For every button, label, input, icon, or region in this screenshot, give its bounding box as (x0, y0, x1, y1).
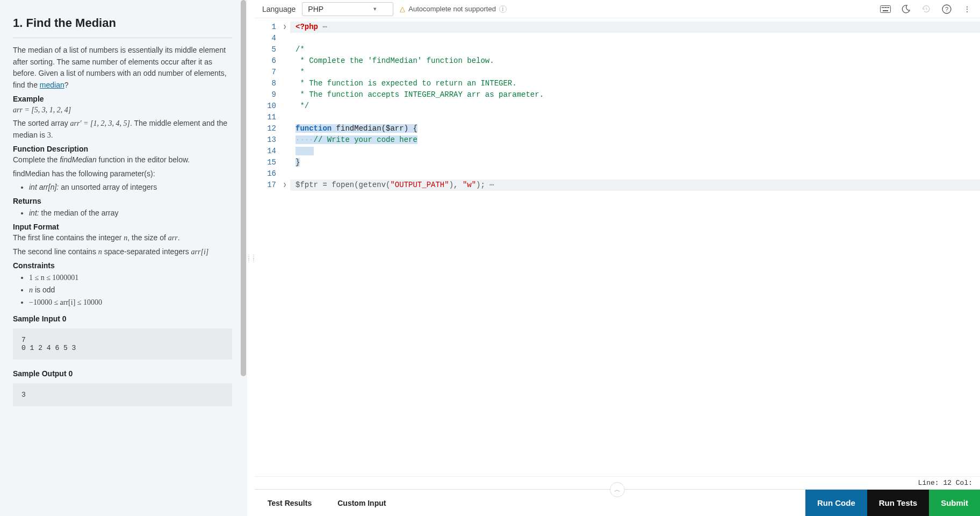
keyboard-icon[interactable] (880, 4, 891, 15)
text: , the size of (127, 233, 168, 242)
code-text: ), (449, 181, 463, 189)
help-icon[interactable]: ? (941, 4, 952, 15)
code-line: } (290, 157, 980, 168)
fold-toggle[interactable]: ❯ (279, 22, 290, 33)
sample-input-block: 7 0 1 2 4 6 5 3 (13, 328, 232, 360)
constraint-item: 1 ≤ n ≤ 1000001 (29, 273, 232, 282)
fn-desc-line2: findMedian has the following parameter(s… (13, 168, 232, 180)
param-text: an unsorted array of integers (59, 183, 157, 191)
var-n: n (98, 248, 102, 256)
php-open-tag: <?php (296, 23, 318, 31)
app-root: 1. Find the Median The median of a list … (0, 0, 980, 516)
var-arri: arr[i] (191, 248, 209, 256)
param-item: int arr[n]: an unsorted array of integer… (29, 183, 232, 191)
input-format-heading: Input Format (13, 223, 232, 231)
constraint-3: −10000 ≤ arr[i] ≤ 10000 (29, 298, 102, 306)
line-number: 1 (255, 22, 276, 33)
returns-list: int: the median of the array (13, 209, 232, 217)
warning-icon: △ (400, 5, 405, 13)
comment: // Write your code here (314, 135, 417, 144)
code-line: ····// Write your code here (290, 134, 980, 146)
line-number: 11 (255, 112, 276, 123)
desc-suffix: ? (64, 81, 69, 89)
text: . (178, 233, 180, 242)
text: The sorted array (13, 119, 70, 127)
line-number: 5 (255, 44, 276, 55)
info-icon[interactable]: i (499, 5, 507, 13)
line-gutter: 1 4 5 6 7 8 9 10 11 12 13 14 15 16 17 (255, 18, 279, 476)
line-number: 17 (255, 180, 276, 191)
fold-ellipsis-icon: ⋯ (322, 23, 326, 31)
editor-toolbar: Language PHP ▾ △ Autocomplete not suppor… (255, 0, 980, 18)
text: . (51, 131, 53, 139)
code-area[interactable]: <?php ⋯ /* * Complete the 'findMedian' f… (290, 18, 980, 476)
chevron-up-icon: ︿ (614, 485, 621, 494)
text: is odd (33, 285, 55, 294)
submit-button[interactable]: Submit (929, 490, 980, 516)
code-line: function findMedian($arr) { (290, 123, 980, 134)
code-line: * (290, 67, 980, 78)
moon-icon[interactable] (900, 4, 911, 15)
comment: * The function accepts INTEGER_ARRAY arr… (296, 90, 544, 99)
kebab-menu-icon[interactable]: ⋮ (962, 4, 972, 15)
problem-panel: 1. Find the Median The median of a list … (0, 0, 247, 516)
median-link[interactable]: median (40, 81, 64, 89)
line-number: 14 (255, 146, 276, 157)
problem-title: 1. Find the Median (13, 16, 232, 38)
comment: * The function is expected to return an … (296, 79, 517, 88)
sample-output-heading: Sample Output 0 (13, 369, 232, 378)
returns-text: the median of the array (39, 209, 119, 217)
tab-custom-input[interactable]: Custom Input (325, 490, 399, 516)
code-editor[interactable]: 1 4 5 6 7 8 9 10 11 12 13 14 15 16 17 ❯ … (255, 18, 980, 476)
var-n: n (29, 286, 33, 294)
text: Complete the (13, 155, 60, 164)
toolbar-icons: ? ⋮ (880, 4, 972, 15)
text: The first line contains the integer (13, 233, 124, 242)
comment: * Complete the 'findMedian' function bel… (296, 56, 494, 65)
line-number: 7 (255, 67, 276, 78)
fn-sig: findMedian($arr) { (332, 124, 417, 133)
comment: */ (296, 102, 309, 110)
code-text: ); (476, 181, 485, 189)
code-line (290, 33, 980, 44)
language-value: PHP (308, 5, 323, 13)
panel-splitter[interactable]: ⋮⋮⋮⋮⋮⋮ (247, 0, 255, 516)
warning-text: Autocomplete not supported (408, 5, 496, 13)
code-line (290, 146, 980, 157)
code-line: * The function accepts INTEGER_ARRAY arr… (290, 89, 980, 101)
svg-rect-0 (881, 5, 891, 12)
code-line (290, 112, 980, 123)
history-icon[interactable] (921, 4, 932, 15)
line-number: 6 (255, 55, 276, 67)
string: "OUTPUT_PATH" (390, 181, 449, 189)
fold-toggle[interactable]: ❯ (279, 180, 290, 191)
language-label: Language (262, 5, 296, 13)
constraints-list: 1 ≤ n ≤ 1000001 n is odd −10000 ≤ arr[i]… (13, 273, 232, 307)
constraint-item: n is odd (29, 285, 232, 295)
svg-rect-5 (888, 7, 889, 8)
run-tests-button[interactable]: Run Tests (867, 490, 929, 516)
collapse-panel-button[interactable]: ︿ (610, 482, 625, 497)
example-sorted: The sorted array arr′ = [1, 2, 3, 4, 5].… (13, 118, 232, 141)
text: space-separated integers (102, 247, 191, 256)
returns-item: int: the median of the array (29, 209, 232, 217)
svg-rect-3 (885, 7, 886, 8)
code-line: $fptr = fopen(getenv("OUTPUT_PATH"), "w"… (290, 180, 980, 191)
svg-rect-4 (887, 7, 888, 8)
input-line1: The first line contains the integer n, t… (13, 232, 232, 244)
bottom-bar: ︿ Test Results Custom Input Run Code Run… (255, 489, 980, 516)
scrollbar-thumb[interactable] (241, 0, 246, 376)
line-number: 9 (255, 89, 276, 101)
brace: } (296, 158, 300, 167)
fold-gutter: ❯ ❯ (279, 18, 290, 476)
language-select[interactable]: PHP ▾ (302, 2, 393, 16)
text: The second line contains (13, 247, 98, 256)
line-number: 13 (255, 134, 276, 146)
line-number: 8 (255, 78, 276, 89)
whitespace: ···· (296, 135, 314, 144)
code-line: * Complete the 'findMedian' function bel… (290, 55, 980, 67)
fn-desc-line1: Complete the findMedian function in the … (13, 154, 232, 166)
tab-test-results[interactable]: Test Results (255, 490, 325, 516)
svg-rect-6 (883, 10, 888, 11)
run-code-button[interactable]: Run Code (805, 490, 867, 516)
